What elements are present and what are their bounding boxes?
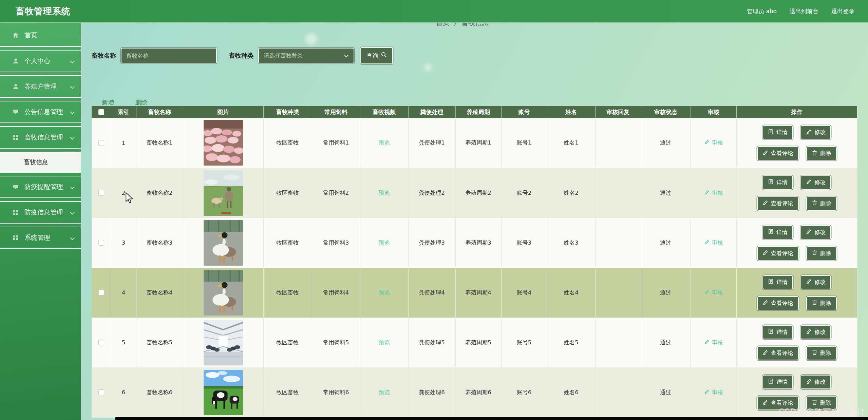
row-checkbox[interactable]: [98, 340, 104, 345]
sidebar-item-home[interactable]: 首页: [0, 24, 81, 47]
edit-icon: [806, 378, 812, 385]
table-row[interactable]: 6 畜牧名称6 牧区畜牧 常用饲料6 预览 粪便处理6 养殖周期6 账号6 姓名…: [92, 367, 857, 417]
sidebar-item-announcement-management[interactable]: 公告信息管理: [0, 101, 81, 123]
cell-cycle: 养殖周期3: [455, 218, 501, 268]
delete-button[interactable]: 删除: [806, 346, 837, 360]
table-row[interactable]: 1 畜牧名称1 牧区畜牧 常用饲料1 预览 粪便处理1 养殖周期1 账号1 姓名…: [92, 118, 857, 168]
audit-link[interactable]: 审核: [704, 389, 723, 396]
audit-link-label: 审核: [712, 139, 723, 147]
comment-button[interactable]: 查看评论: [757, 146, 799, 160]
sidebar-item-system-management[interactable]: 系统管理: [0, 227, 81, 249]
detail-button[interactable]: 详情: [762, 225, 793, 240]
video-preview-link[interactable]: 预览: [379, 240, 390, 246]
detail-button[interactable]: 详情: [762, 325, 793, 339]
grid-icon: [12, 209, 19, 216]
delete-button[interactable]: 删除: [806, 296, 837, 310]
row-checkbox[interactable]: [98, 290, 104, 295]
delete-button[interactable]: 删除: [806, 196, 837, 211]
edit-button[interactable]: 修改: [800, 175, 831, 190]
detail-button-label: 详情: [776, 179, 788, 186]
cell-account: 账号6: [501, 367, 547, 417]
edit-icon: [806, 129, 812, 136]
add-link[interactable]: 新增: [102, 98, 114, 107]
row-checkbox[interactable]: [98, 240, 104, 246]
sidebar-subitem-livestock-info[interactable]: 畜牧信息: [0, 152, 81, 173]
detail-button[interactable]: 详情: [762, 275, 793, 289]
detail-icon: [768, 229, 774, 236]
comment-button[interactable]: 查看评论: [757, 196, 799, 211]
cell-name: 畜牧名称4: [136, 268, 183, 318]
row-checkbox[interactable]: [98, 140, 104, 146]
audit-link[interactable]: 审核: [704, 189, 723, 197]
cell-person: 姓名5: [547, 318, 595, 367]
detail-button[interactable]: 详情: [762, 125, 793, 139]
cell-video: 预览: [360, 318, 408, 367]
edit-button[interactable]: 修改: [800, 225, 831, 240]
video-preview-link[interactable]: 预览: [379, 190, 390, 196]
cell-operations: 详情 修改 查看评论 删除: [736, 118, 857, 168]
edit-button[interactable]: 修改: [800, 325, 831, 339]
table-row[interactable]: 5 畜牧名称5 牧区畜牧 常用饲料5 预览 粪便处理5 养殖周期5 账号5 姓名…: [92, 318, 857, 367]
logout-link[interactable]: 退出登录: [831, 7, 854, 15]
sidebar-item-epidemic-reminder-management[interactable]: 防疫提醒管理: [0, 176, 81, 198]
sidebar-item-epidemic-info-management[interactable]: 防疫信息管理: [0, 201, 81, 224]
checkbox-cell: [92, 218, 111, 268]
cell-person: 姓名6: [547, 367, 595, 417]
row-checkbox[interactable]: [98, 389, 104, 395]
comment-button[interactable]: 查看评论: [757, 296, 799, 310]
table-row[interactable]: 4 畜牧名称4 牧区畜牧 常用饲料4 预览 粪便处理4 养殖周期4 账号4 姓名…: [92, 268, 857, 318]
audit-link[interactable]: 审核: [704, 289, 723, 297]
edit-button[interactable]: 修改: [800, 375, 831, 389]
delete-button[interactable]: 删除: [806, 146, 837, 160]
bokeh-dot: [424, 64, 432, 71]
pencil-icon: [704, 389, 710, 396]
header-checkbox-cell: [92, 106, 111, 118]
audit-link[interactable]: 审核: [704, 139, 723, 147]
exit-to-front-link[interactable]: 退出到前台: [790, 7, 818, 15]
chevron-down-icon: [70, 108, 75, 116]
checkbox-cell: [92, 367, 111, 417]
query-button[interactable]: 查询: [360, 47, 393, 64]
video-preview-link[interactable]: 预览: [379, 389, 390, 396]
sidebar-subitem-label: 畜牧信息: [24, 158, 48, 166]
edit-button[interactable]: 修改: [800, 275, 831, 289]
cell-reply: [595, 118, 641, 168]
table-row[interactable]: 3 畜牧名称3 牧区畜牧 常用饲料3 预览 粪便处理3 养殖周期3 账号3 姓名…: [92, 218, 857, 268]
comment-button[interactable]: 查看评论: [757, 346, 799, 360]
cell-type: 牧区畜牧: [263, 318, 312, 367]
detail-button[interactable]: 详情: [762, 375, 793, 389]
select-all-checkbox[interactable]: [98, 109, 104, 115]
edit-button[interactable]: 修改: [800, 125, 831, 139]
detail-icon: [768, 129, 774, 136]
livestock-table: 索引畜牧名称图片畜牧种类常用饲料畜牧视频粪便处理养殖周期账号姓名审核回复审核状态…: [92, 106, 857, 418]
audit-link[interactable]: 审核: [704, 339, 723, 346]
comment-button[interactable]: 查看评论: [757, 246, 799, 261]
sidebar-item-livestock-info-management[interactable]: 畜牧信息管理: [0, 126, 81, 149]
detail-button[interactable]: 详情: [762, 175, 793, 190]
delete-button[interactable]: 删除: [806, 246, 837, 261]
cell-audit: 审核: [691, 367, 736, 417]
cell-manure: 粪便处理6: [408, 367, 455, 417]
cell-video: 预览: [360, 268, 408, 318]
cell-index: 1: [111, 118, 136, 168]
video-preview-link[interactable]: 预览: [379, 339, 390, 346]
name-search-input[interactable]: [121, 48, 217, 63]
video-preview-link[interactable]: 预览: [379, 139, 390, 146]
video-preview-link[interactable]: 预览: [379, 289, 390, 296]
table-row[interactable]: 2 畜牧名称2 牧区畜牧 常用饲料2 预览 粪便处理2 养殖周期2 账号2 姓名…: [92, 168, 857, 218]
sidebar-item-farmer-management[interactable]: 养殖户管理: [0, 75, 81, 98]
delete-link[interactable]: 删除: [135, 98, 147, 107]
row-checkbox[interactable]: [98, 190, 104, 196]
sidebar-item-personal-center[interactable]: 个人中心: [0, 50, 81, 72]
audit-link[interactable]: 审核: [704, 239, 723, 247]
sidebar-item-label: 首页: [24, 31, 37, 40]
comment-button-label: 查看评论: [771, 200, 793, 207]
detail-icon: [768, 179, 774, 186]
cell-operations: 详情 修改 查看评论 删除: [736, 268, 857, 318]
cell-image: [183, 118, 263, 168]
cell-name: 畜牧名称2: [136, 168, 183, 218]
edit-button-label: 修改: [814, 378, 826, 386]
cell-index: 6: [111, 367, 136, 417]
type-select[interactable]: 请选择畜牧种类: [258, 48, 354, 63]
delete-icon: [812, 250, 817, 257]
